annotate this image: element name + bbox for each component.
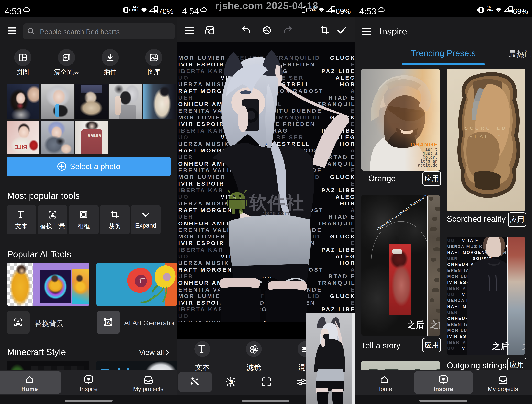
svg-text:A: A [107,320,110,325]
svg-text:Ai: Ai [230,381,232,383]
